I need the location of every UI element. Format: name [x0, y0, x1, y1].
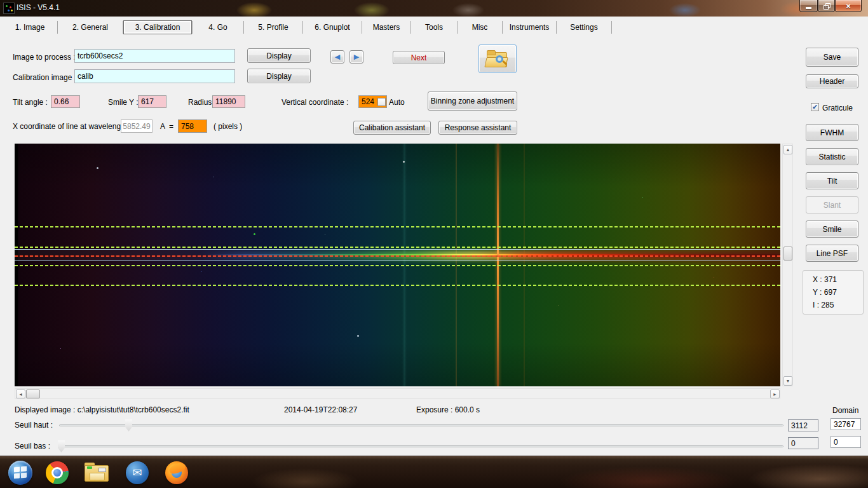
tab-instruments[interactable]: Instruments — [503, 20, 556, 35]
tab-misc[interactable]: Misc — [458, 20, 502, 35]
header-button[interactable]: Header — [806, 74, 858, 88]
tab-tools[interactable]: Tools — [411, 20, 457, 35]
spectrum-image[interactable] — [15, 144, 780, 386]
x-coordinate-label: X coordinate of line at wavelength — [13, 122, 127, 131]
close-button[interactable]: × — [835, 0, 862, 12]
image-to-process-input[interactable]: tcrb600secs2 — [74, 49, 235, 63]
seuil-bas-slider-thumb[interactable] — [58, 440, 65, 452]
restore-icon — [824, 3, 830, 9]
vertical-scroll-thumb[interactable] — [783, 247, 792, 261]
minimize-button[interactable] — [799, 0, 818, 12]
calibration-image-input[interactable]: calib — [74, 69, 235, 83]
display-calibration-button[interactable]: Display — [247, 69, 311, 83]
windows-logo-icon — [8, 461, 32, 485]
tilt-button[interactable]: Tilt — [806, 172, 858, 189]
calibration-image-label: Calibration image : — [13, 73, 76, 82]
arrow-right-icon: ▶ — [354, 53, 359, 61]
scroll-right-button[interactable]: ► — [770, 390, 780, 398]
response-assistant-button[interactable]: Response assistant — [438, 121, 517, 135]
scroll-left-button[interactable]: ◄ — [16, 390, 25, 398]
check-icon: ✔ — [812, 104, 818, 111]
firefox-taskbar-icon[interactable] — [164, 460, 189, 485]
displayed-image-path: Displayed image : c:\alpyisistut\tut8\tc… — [15, 405, 189, 414]
domain-max-input[interactable]: 32767 — [831, 418, 861, 430]
seuil-haut-value: 3112 — [788, 419, 818, 431]
scroll-down-button[interactable]: ▼ — [783, 376, 792, 386]
image-to-process-label: Image to process : — [13, 53, 76, 62]
isis-application-window: ISIS - V5.4.1 × 1. Image 2. General 3. C… — [0, 0, 868, 488]
cursor-readout-panel: X : 371 Y : 697 I : 285 — [803, 270, 864, 315]
window-title: ISIS - V5.4.1 — [17, 3, 60, 12]
folder-search-icon — [487, 50, 508, 68]
domain-label: Domain — [832, 406, 858, 415]
binning-zone-bottom-line — [15, 261, 780, 261]
display-image-button[interactable]: Display — [247, 48, 311, 63]
next-button[interactable]: Next — [393, 51, 445, 64]
binning-zone-adjustment-button[interactable]: Binning zone adjustment — [428, 92, 517, 111]
windows-taskbar: ✉ ISIS ▲ — [0, 456, 868, 488]
seuil-bas-slider-track[interactable] — [59, 445, 783, 447]
fwhm-button[interactable]: FWHM — [806, 124, 858, 141]
close-icon: × — [846, 1, 851, 11]
envelope-icon: ✉ — [132, 466, 142, 480]
tab-bar: 1. Image 2. General 3. Calibration 4. Go… — [3, 19, 612, 35]
pixels-label: ( pixels ) — [214, 122, 242, 131]
next-image-button[interactable]: ▶ — [349, 50, 363, 64]
tab-general[interactable]: 2. General — [58, 20, 123, 35]
wavelength-value[interactable]: 5852.49 — [121, 119, 153, 133]
tab-masters[interactable]: Masters — [362, 20, 410, 35]
tab-settings[interactable]: Settings — [557, 20, 611, 35]
radius-value[interactable]: 11890 — [212, 95, 245, 108]
domain-min-input[interactable]: 0 — [831, 436, 861, 448]
auto-checkbox[interactable] — [377, 98, 386, 106]
tilt-angle-value[interactable]: 0.66 — [51, 95, 80, 108]
explorer-taskbar-icon[interactable] — [84, 460, 109, 485]
seuil-bas-label: Seuil bas : — [15, 442, 50, 451]
tab-profile[interactable]: 5. Profile — [244, 20, 302, 35]
exposure-text: Exposure : 600.0 s — [416, 405, 480, 414]
browse-files-button[interactable] — [478, 44, 517, 73]
tab-calibration[interactable]: 3. Calibration — [123, 20, 192, 34]
save-button[interactable]: Save — [806, 48, 858, 67]
horizontal-scroll-thumb[interactable] — [26, 390, 40, 398]
graticule-green-line-1 — [15, 226, 780, 227]
restore-button[interactable] — [818, 0, 835, 12]
previous-image-button[interactable]: ◀ — [330, 50, 344, 64]
a-value[interactable]: 758 — [178, 119, 207, 133]
slant-button[interactable]: Slant — [806, 196, 858, 214]
line-psf-button[interactable]: Line PSF — [806, 245, 858, 262]
spectrum-axis-red-line — [15, 255, 780, 257]
image-horizontal-scrollbar[interactable]: ◄ ► — [15, 388, 780, 399]
scroll-left-icon: ◄ — [18, 392, 23, 396]
graticule-green-line-4 — [15, 285, 780, 286]
chrome-taskbar-icon[interactable] — [44, 460, 70, 485]
cursor-intensity-value: I : 285 — [813, 301, 834, 309]
minimize-icon — [806, 7, 811, 9]
seuil-haut-label: Seuil haut : — [15, 421, 53, 430]
scroll-up-button[interactable]: ▲ — [783, 145, 792, 154]
cursor-y-value: Y : 697 — [813, 288, 837, 297]
tab-image[interactable]: 1. Image — [3, 20, 57, 35]
observation-timestamp: 2014-04-19T22:08:27 — [284, 405, 357, 414]
scroll-right-icon: ► — [773, 392, 777, 396]
seuil-haut-slider-thumb[interactable] — [125, 419, 132, 431]
image-vertical-scrollbar[interactable]: ▲ ▼ — [782, 144, 793, 386]
folder-icon — [85, 463, 109, 483]
calibration-assistant-button[interactable]: Calibation assistant — [353, 121, 431, 135]
scroll-down-icon: ▼ — [786, 379, 790, 383]
seuil-haut-slider-track[interactable] — [59, 424, 783, 426]
graticule-green-line-2 — [15, 247, 780, 248]
start-button[interactable] — [8, 460, 33, 485]
vertical-coordinate-label: Vertical coordinate : — [281, 98, 348, 107]
graticule-checkbox[interactable]: ✔ — [811, 103, 819, 111]
tab-gnuplot[interactable]: 6. Gnuplot — [303, 20, 362, 35]
statistic-button[interactable]: Statistic — [806, 148, 858, 165]
seuil-bas-value: 0 — [788, 437, 818, 449]
binning-zone-top-line — [15, 249, 780, 250]
thunderbird-taskbar-icon[interactable]: ✉ — [125, 460, 150, 485]
smile-y-value[interactable]: 617 — [138, 95, 166, 108]
thunderbird-icon: ✉ — [126, 461, 149, 484]
tab-go[interactable]: 4. Go — [193, 20, 243, 35]
graticule-green-line-3 — [15, 265, 780, 266]
smile-button[interactable]: Smile — [806, 220, 858, 238]
